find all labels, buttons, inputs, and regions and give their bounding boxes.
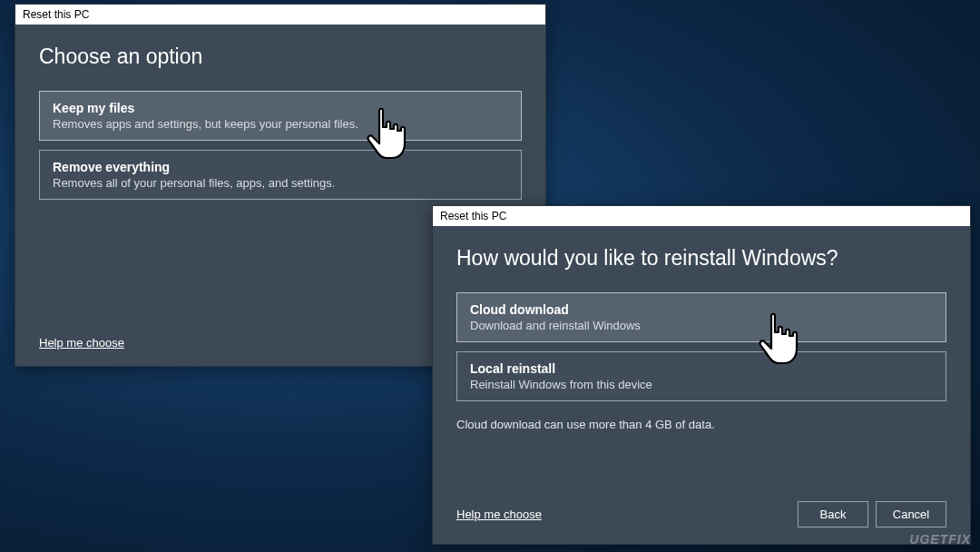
dialog-body: How would you like to reinstall Windows?… — [433, 226, 970, 544]
option-title: Cloud download — [470, 302, 933, 317]
option-desc: Download and reinstall Windows — [470, 319, 933, 332]
dialog-title: Reset this PC — [440, 210, 506, 222]
option-title: Remove everything — [53, 160, 508, 174]
dialog-heading: How would you like to reinstall Windows? — [456, 246, 946, 271]
back-button[interactable]: Back — [798, 501, 868, 527]
dialog-title: Reset this PC — [23, 8, 89, 21]
dialog-footer: Help me choose Back Cancel — [456, 490, 946, 527]
option-title: Local reinstall — [470, 361, 933, 376]
watermark: UGETFIX — [909, 532, 971, 547]
footer-buttons: Back Cancel — [798, 501, 946, 527]
option-title: Keep my files — [53, 101, 508, 115]
dialog-titlebar: Reset this PC — [15, 5, 545, 25]
option-local-reinstall[interactable]: Local reinstall Reinstall Windows from t… — [456, 351, 946, 401]
option-desc: Removes all of your personal files, apps… — [53, 176, 508, 190]
option-desc: Reinstall Windows from this device — [470, 378, 933, 391]
option-remove-everything[interactable]: Remove everything Removes all of your pe… — [39, 150, 522, 200]
cloud-download-note: Cloud download can use more than 4 GB of… — [456, 418, 946, 431]
dialog-heading: Choose an option — [39, 44, 522, 69]
help-me-choose-link[interactable]: Help me choose — [39, 336, 124, 350]
reset-pc-dialog-reinstall-method: Reset this PC How would you like to rein… — [432, 205, 971, 545]
dialog-titlebar: Reset this PC — [433, 206, 970, 226]
cancel-button[interactable]: Cancel — [876, 501, 946, 527]
option-keep-my-files[interactable]: Keep my files Removes apps and settings,… — [39, 91, 522, 141]
help-me-choose-link[interactable]: Help me choose — [456, 508, 542, 521]
option-desc: Removes apps and settings, but keeps you… — [53, 117, 508, 131]
option-cloud-download[interactable]: Cloud download Download and reinstall Wi… — [456, 292, 946, 342]
